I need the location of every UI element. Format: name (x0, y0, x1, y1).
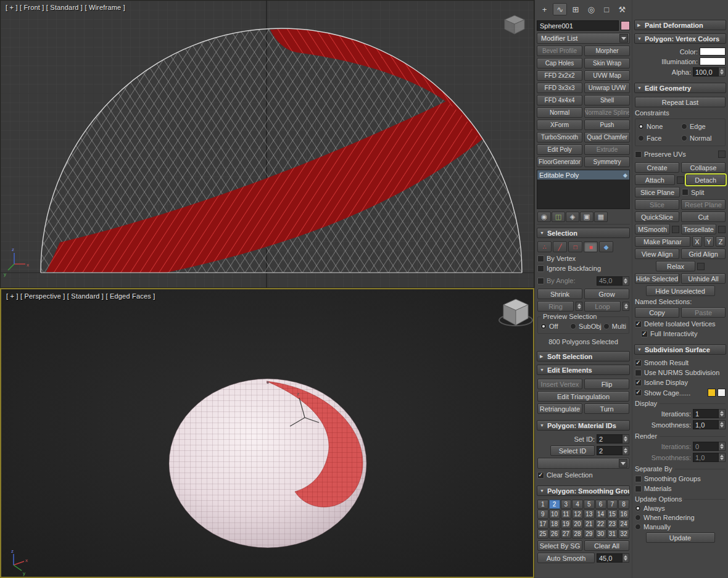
insert-vertex-button[interactable]: Insert Vertex (537, 379, 582, 389)
remove-modifier-icon[interactable]: ▣ (580, 212, 594, 222)
by-angle-spinner[interactable]: 45,0 (597, 276, 629, 286)
object-name-input[interactable] (537, 20, 619, 31)
render-smoothness-value[interactable]: 1,0 (693, 453, 719, 462)
smoothing-group-button[interactable]: 1 (537, 500, 548, 509)
set-id-value[interactable]: 2 (597, 434, 623, 444)
spinner-arrows[interactable] (623, 434, 629, 444)
repeat-last-button[interactable]: Repeat Last (635, 97, 726, 107)
by-vertex-checkbox[interactable]: By Vertex (537, 255, 629, 262)
modifier-button-symmetry[interactable]: Symmetry (584, 157, 630, 167)
edit-elements-rollout-header[interactable]: ▼ Edit Elements (537, 365, 630, 375)
collapse-button[interactable]: Collapse (681, 162, 726, 173)
modifier-button-floorgenerator[interactable]: FloorGenerator (537, 157, 582, 167)
cage-selected-color-swatch[interactable] (718, 389, 726, 397)
create-button[interactable]: Create (635, 162, 679, 173)
relax-button[interactable]: Relax (656, 261, 695, 271)
tessellate-settings-button[interactable] (718, 226, 726, 233)
perspective-viewport[interactable]: z x y z [ + ] [ Perspective ] [ Standard… (0, 288, 534, 578)
smoothing-group-button[interactable]: 31 (607, 529, 618, 539)
full-interactivity-checkbox[interactable]: Full Interactivity (641, 330, 726, 337)
border-mode-icon[interactable]: □ (568, 241, 582, 252)
detach-button[interactable]: Detach (686, 175, 726, 185)
constraint-edge-radio[interactable]: Edge (681, 123, 722, 130)
retriangulate-button[interactable]: Retriangulate (537, 403, 582, 414)
create-tab-icon[interactable]: + (537, 3, 552, 15)
spinner-arrows[interactable] (623, 446, 629, 455)
unhide-all-button[interactable]: Unhide All (681, 273, 726, 284)
make-planar-x-button[interactable]: X (692, 236, 702, 247)
grow-button[interactable]: Grow (584, 289, 629, 299)
modifier-button-ffd-4x4x4[interactable]: FFD 4x4x4 (537, 95, 582, 105)
smoothing-group-button[interactable]: 19 (561, 519, 572, 529)
make-unique-icon[interactable]: ◈ (566, 212, 579, 222)
turn-button[interactable]: Turn (584, 403, 629, 414)
modifier-button-uvw-map[interactable]: UVW Map (584, 70, 630, 81)
by-angle-checkbox[interactable]: By Angle: (537, 277, 595, 284)
smoothing-groups-rollout-header[interactable]: ▼ Polygon: Smoothing Grou (537, 485, 630, 496)
display-smoothness-value[interactable]: 1,0 (693, 420, 719, 429)
smoothing-group-button[interactable]: 5 (584, 500, 595, 509)
attach-button[interactable]: Attach (635, 175, 675, 185)
display-smoothness-spinner[interactable]: 1,0 (693, 420, 726, 429)
smoothing-group-button[interactable]: 18 (549, 519, 560, 529)
msmooth-button[interactable]: MSmooth (635, 224, 670, 234)
smoothing-group-button[interactable]: 25 (537, 529, 548, 539)
smoothing-groups-checkbox[interactable]: Smoothing Groups (635, 475, 726, 482)
select-id-button[interactable]: Select ID (550, 445, 595, 456)
smooth-result-checkbox[interactable]: Smooth Result (635, 359, 726, 366)
make-planar-button[interactable]: Make Planar (635, 236, 690, 247)
slice-plane-button[interactable]: Slice Plane (635, 187, 680, 197)
display-tab-icon[interactable]: □ (600, 3, 614, 15)
object-color-swatch[interactable] (621, 21, 630, 30)
make-planar-z-button[interactable]: Z (716, 236, 726, 247)
cut-button[interactable]: Cut (681, 212, 726, 222)
perspective-viewport-canvas[interactable]: z x y z (1, 289, 533, 577)
smoothing-group-button[interactable]: 13 (584, 510, 595, 519)
modifier-button-turbosmooth[interactable]: TurboSmooth (537, 132, 582, 142)
smoothing-group-button[interactable]: 4 (572, 500, 583, 509)
isoline-display-checkbox[interactable]: Isoline Display (635, 379, 726, 386)
modifier-button-morpher[interactable]: Morpher (584, 46, 630, 56)
spinner-arrows[interactable] (719, 67, 726, 76)
modifier-button-cap-holes[interactable]: Cap Holes (537, 58, 582, 68)
modifier-button-xform[interactable]: XForm (537, 120, 582, 130)
modifier-button-skin-wrap[interactable]: Skin Wrap (584, 58, 630, 68)
auto-smooth-button[interactable]: Auto Smooth (537, 553, 595, 563)
loop-button[interactable]: Loop (584, 301, 621, 312)
cage-color-swatch[interactable] (708, 389, 716, 397)
display-iterations-spinner[interactable]: 1 (693, 409, 726, 418)
soft-selection-rollout-header[interactable]: ▶ Soft Selection (537, 351, 630, 361)
smoothing-group-button[interactable]: 17 (537, 519, 548, 529)
render-iterations-value[interactable]: 0 (693, 442, 719, 451)
front-viewport-label[interactable]: [ + ] [ Front ] [ Standard ] [ Wireframe… (6, 4, 125, 11)
select-id-value[interactable]: 2 (597, 446, 623, 455)
smoothing-group-button[interactable]: 29 (584, 529, 595, 539)
set-id-spinner[interactable]: 2 (597, 434, 629, 444)
render-iterations-spinner[interactable]: 0 (693, 442, 726, 451)
material-ids-rollout-header[interactable]: ▼ Polygon: Material IDs (537, 420, 630, 431)
view-align-button[interactable]: View Align (635, 249, 679, 259)
motion-tab-icon[interactable]: ◎ (584, 3, 598, 15)
modifier-button-normalize-spline[interactable]: Normalize Spline (584, 107, 630, 118)
attach-list-button[interactable] (677, 176, 684, 184)
display-iterations-value[interactable]: 1 (693, 409, 719, 418)
render-smoothness-spinner[interactable]: 1,0 (693, 453, 726, 462)
modifier-button-normal[interactable]: Normal (537, 107, 582, 118)
modifier-button-edit-poly[interactable]: Edit Poly (537, 144, 582, 155)
spinner-arrows[interactable] (623, 553, 629, 563)
materials-checkbox[interactable]: Materials (635, 485, 726, 492)
select-id-spinner[interactable]: 2 (597, 446, 629, 455)
update-always-radio[interactable]: Always (635, 505, 726, 512)
smoothing-group-button[interactable]: 26 (549, 529, 560, 539)
make-planar-y-button[interactable]: Y (704, 236, 714, 247)
paste-button[interactable]: Paste (681, 307, 726, 318)
update-when-rendering-radio[interactable]: When Rendering (635, 514, 726, 521)
edit-triangulation-button[interactable]: Edit Triangulation (537, 391, 629, 402)
modifier-button-ffd-3x3x3[interactable]: FFD 3x3x3 (537, 83, 582, 93)
preview-multi-radio[interactable]: Multi (603, 323, 626, 330)
front-viewport-canvas[interactable]: x z y (1, 1, 534, 287)
modifier-button-bevel-profile[interactable]: Bevel Profile (537, 46, 582, 56)
update-button[interactable]: Update (646, 532, 715, 543)
smoothing-group-button[interactable]: 32 (618, 529, 629, 539)
modifier-button-quad-chamfer[interactable]: Quad Chamfer (584, 132, 630, 142)
